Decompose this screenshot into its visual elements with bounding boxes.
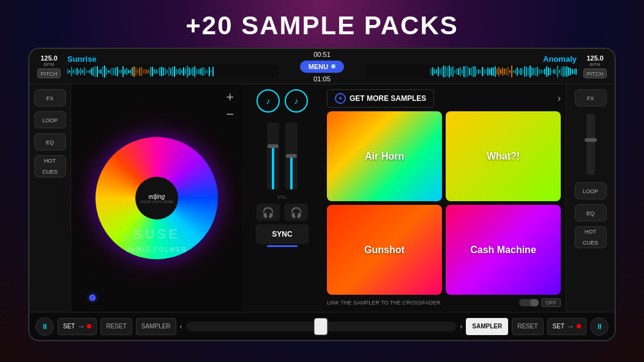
play-pause-right-button[interactable]: ⏸ <box>590 317 608 336</box>
sample-what-button[interactable]: What?! <box>446 111 561 201</box>
right-fader-vertical[interactable] <box>586 114 595 175</box>
right-track-section: Anomaly <box>362 54 580 78</box>
set-right-button[interactable]: SET → <box>547 318 586 335</box>
turntable-sub-label: YOUR VINYL HERE <box>140 200 173 204</box>
left-pitch-button[interactable]: PITCH <box>37 68 61 78</box>
headphone-buttons-row: 🎧 🎧 <box>256 204 308 221</box>
left-waveform <box>67 65 279 78</box>
left-hot-cues-label: HOT CUES <box>42 155 58 177</box>
sample-gunshot-button[interactable]: Gunshot <box>327 205 442 295</box>
top-bar: 125.0 BPM PITCH Sunrise 00:51 MENU 01:05… <box>29 49 615 84</box>
right-bpm-value: 125.0 <box>586 54 604 62</box>
turntable-area: + − edjing YOUR VINYL HERE SUSE JAMIE FO… <box>71 84 242 312</box>
arrow-right-icon: → <box>77 322 84 331</box>
rec-dot-left <box>87 324 91 328</box>
sync-indicator <box>267 245 298 247</box>
off-badge: OFF <box>541 298 561 307</box>
right-fader-vertical-thumb[interactable] <box>585 138 597 142</box>
left-bpm-value: 125.0 <box>40 54 58 62</box>
right-fader-thumb[interactable] <box>286 154 297 158</box>
right-loop-button[interactable]: LOOP <box>575 182 607 199</box>
menu-label: MENU <box>309 63 328 70</box>
left-fader-track[interactable] <box>267 122 279 190</box>
right-bpm-label: BPM <box>590 62 600 67</box>
right-fader-track[interactable] <box>285 122 298 190</box>
right-time: 01:05 <box>313 75 331 83</box>
rec-dot-right <box>577 324 581 328</box>
menu-dot <box>331 64 335 68</box>
left-bpm-block: 125.0 BPM PITCH <box>34 54 64 78</box>
right-pitch-button[interactable]: PITCH <box>583 68 607 78</box>
right-waveform <box>365 65 577 78</box>
get-more-samples-button[interactable]: + GET MORE SAMPLES <box>327 89 434 108</box>
left-loop-button[interactable]: LOOP <box>34 111 66 128</box>
right-panel: FX LOOP EQ HOT CUES <box>566 84 615 312</box>
music-note-right-button[interactable]: ♪ <box>285 89 308 113</box>
sample-air-horn-label: Air Horn <box>365 151 404 162</box>
bottom-bar: ⏸ SET → RESET SAMPLER ‹ › SAMPLER RESET … <box>29 312 615 340</box>
center-controls-top: 00:51 MENU 01:05 <box>282 51 362 83</box>
headphone-left-button[interactable]: 🎧 <box>256 204 280 221</box>
menu-button[interactable]: MENU <box>300 61 344 73</box>
turntable[interactable]: edjing YOUR VINYL HERE SUSE JAMIE FOLWER <box>95 137 218 259</box>
sample-cash-machine-label: Cash Machine <box>470 245 536 256</box>
sample-cash-machine-button[interactable]: Cash Machine <box>446 205 561 295</box>
sample-gunshot-label: Gunshot <box>364 245 405 256</box>
sampler-header: + GET MORE SAMPLES › <box>327 89 561 108</box>
set-right-label: SET <box>553 323 564 330</box>
left-fader-fill <box>272 146 274 190</box>
set-left-button[interactable]: SET → <box>58 318 97 335</box>
right-track-name: Anomaly <box>365 54 577 64</box>
crossfader-toggle[interactable]: OFF <box>519 298 561 307</box>
crossfader-main[interactable] <box>186 322 457 331</box>
faders-container <box>267 116 298 190</box>
reset-right-button[interactable]: RESET <box>512 318 543 335</box>
icon-buttons-row: ♪ ♪ <box>256 89 308 113</box>
plus-circle-icon: + <box>335 93 346 104</box>
sampler-label-right[interactable]: SAMPLER <box>466 318 508 335</box>
minus-icon: − <box>226 106 234 122</box>
set-left-label: SET <box>63 323 75 330</box>
plus-icon: + <box>226 89 234 105</box>
turntable-overlay-text: SUSE <box>95 226 218 242</box>
headphone-right-button[interactable]: 🎧 <box>285 204 308 221</box>
left-panel: FX LOOP EQ HOT CUES <box>29 84 71 312</box>
left-hot-cues-button[interactable]: HOT CUES <box>34 155 66 177</box>
left-track-section: Sunrise <box>64 54 282 78</box>
left-fader-thumb[interactable] <box>268 144 279 148</box>
right-fx-button[interactable]: FX <box>575 89 607 106</box>
reset-left-button[interactable]: RESET <box>100 318 132 335</box>
left-fx-button[interactable]: FX <box>34 89 66 106</box>
main-area: FX LOOP EQ HOT CUES + − edjing YOUR VINY… <box>29 84 615 312</box>
right-hot-cues-button[interactable]: HOT CUES <box>575 226 607 248</box>
center-controls: ♪ ♪ VOL 🎧 🎧 SYNC <box>242 84 322 312</box>
right-eq-button[interactable]: EQ <box>575 204 607 221</box>
crossfader-main-thumb[interactable] <box>314 318 328 335</box>
sampler-label-left[interactable]: SAMPLER <box>136 318 176 335</box>
turntable-center: edjing YOUR VINYL HERE <box>135 177 178 220</box>
sync-label: SYNC <box>272 230 292 238</box>
right-hot-cues-label: HOT CUES <box>583 226 598 248</box>
sample-air-horn-button[interactable]: Air Horn <box>327 111 442 201</box>
get-more-label: GET MORE SAMPLES <box>350 94 426 103</box>
sync-button[interactable]: SYNC <box>256 224 309 244</box>
arrow-right-bottom-icon: › <box>460 322 462 331</box>
left-bpm-label: BPM <box>43 62 54 67</box>
play-pause-left-button[interactable]: ⏸ <box>36 317 54 336</box>
turntable-brand-label: edjing <box>149 193 165 200</box>
music-note-left-button[interactable]: ♪ <box>256 89 280 113</box>
dot-indicator <box>89 295 95 301</box>
left-track-name: Sunrise <box>67 54 279 64</box>
crossfader-link-text: LINK THE SAMPLER TO THE CROSSFADER <box>327 300 440 306</box>
sample-grid: Air Horn What?! Gunshot Cash Machine <box>327 111 561 295</box>
chevron-right-icon[interactable]: › <box>558 93 561 104</box>
page-title: +20 SAMPLE PACKS <box>0 0 644 48</box>
device-container: 125.0 BPM PITCH Sunrise 00:51 MENU 01:05… <box>28 48 616 341</box>
crossfader-link-row: LINK THE SAMPLER TO THE CROSSFADER OFF <box>327 298 561 307</box>
left-time: 00:51 <box>313 51 331 58</box>
arrow-left-icon: ‹ <box>180 322 182 331</box>
sampler-panel: + GET MORE SAMPLES › Air Horn What?! Gun… <box>322 84 566 312</box>
left-eq-button[interactable]: EQ <box>34 133 66 150</box>
arrow-right-2-icon: → <box>567 322 574 331</box>
vol-label: VOL <box>277 194 287 200</box>
